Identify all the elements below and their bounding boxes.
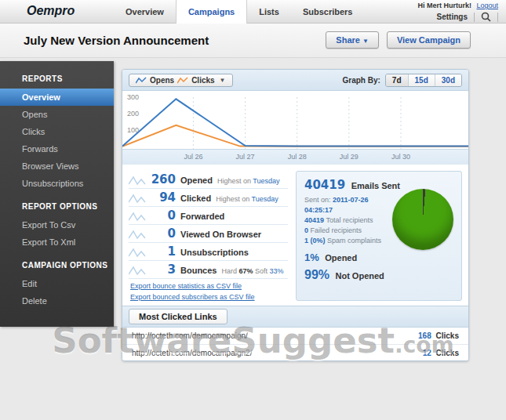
sidebar-item-overview[interactable]: Overview (0, 89, 114, 106)
opened-pct-label: Opened (325, 253, 357, 262)
sidebar-heading-reports: REPORTS (0, 64, 114, 89)
opened-pct-value: 1% (304, 252, 319, 263)
not-opened-pct-label: Not Opened (335, 271, 384, 281)
sidebar-item-opens[interactable]: Opens (0, 106, 114, 123)
failed-recipients-label: Failed recipients (311, 226, 362, 234)
export-bounced-subscribers-link[interactable]: Export bounced subscribers as CSV file (130, 293, 288, 301)
sparkline-icon (129, 247, 146, 257)
stat-row-unsubscriptions: 1 Unsubscriptions (129, 243, 288, 261)
sidebar-heading-campaign-options: CAMPAIGN OPTIONS (0, 251, 114, 275)
link-url[interactable]: http://octeth.com/democampaign/ (132, 331, 248, 340)
sidebar-item-forwards[interactable]: Forwards (0, 140, 114, 158)
x-tick-label: Jul 30 (391, 153, 410, 161)
logout-link[interactable]: Logout (476, 2, 498, 9)
stat-row-opened: 260 Opened Highest on Tuesday (129, 171, 288, 189)
sparkline-icon (129, 211, 146, 221)
link-url[interactable]: http://octeth.com/democampaign2/ (132, 349, 252, 357)
sparkline-icon (129, 265, 146, 275)
clicked-count: 94 (151, 190, 176, 205)
sent-on-label: Sent on: (304, 196, 331, 204)
top-bar: Oempro Overview Campaigns Lists Subscrib… (0, 0, 506, 24)
clicks-count: 168 (418, 331, 431, 340)
divider (474, 13, 475, 22)
range-7d-button[interactable]: 7d (386, 74, 408, 86)
search-button[interactable] (481, 12, 491, 22)
spam-complaints-label: Spam complaints (327, 237, 381, 244)
x-tick-label: Jul 26 (184, 153, 202, 161)
sent-on-time: 04:25:17 (304, 206, 333, 214)
bounces-count: 3 (151, 262, 176, 277)
sidebar-item-unsubscriptions[interactable]: Unsubscriptions (0, 175, 114, 192)
opened-note: Highest on Tuesday (217, 177, 280, 185)
range-30d-button[interactable]: 30d (435, 74, 461, 86)
report-panel: Opens Clicks ▼ Graph By: 7d 15d 30d 3002… (122, 69, 469, 361)
header-actions: Share ▼ View Campaign (326, 31, 471, 49)
emails-sent-label: Emails Sent (351, 181, 400, 190)
sidebar-item-delete[interactable]: Delete (0, 292, 114, 310)
soft-label: Soft (255, 267, 268, 275)
bounces-note: Hard 67% Soft 33% (221, 267, 283, 275)
sparkline-icon (129, 229, 146, 239)
range-15d-button[interactable]: 15d (408, 74, 435, 86)
sidebar-heading-report-options: REPORT OPTIONS (0, 192, 114, 216)
nav-tab-campaigns[interactable]: Campaigns (176, 0, 247, 24)
most-clicked-links-title: Most Clicked Links (129, 309, 228, 324)
settings-line: Settings (437, 11, 498, 23)
failed-recipients-value: 0 (304, 226, 308, 234)
view-campaign-button[interactable]: View Campaign (387, 31, 471, 49)
sidebar-item-browser-views[interactable]: Browser Views (0, 158, 114, 175)
opens-clicks-chart: 300200100 Jul 26Jul 27Jul 28Jul 29Jul 30 (122, 91, 468, 165)
stat-row-clicked: 94 Clicked Highest on Tuesday (129, 189, 288, 207)
clicks-label: Clicks (436, 331, 459, 340)
sidebar-item-export-xml[interactable]: Export To Xml (0, 234, 114, 251)
opened-count: 260 (151, 172, 176, 186)
viewed-browser-label: Viewed On Browser (180, 230, 261, 239)
x-tick-label: Jul 27 (236, 153, 255, 161)
series-clicks-label: Clicks (191, 76, 214, 85)
nav-tab-overview[interactable]: Overview (114, 0, 176, 24)
note-value: Tuesday (253, 177, 279, 185)
viewed-browser-count: 0 (151, 226, 176, 241)
chevron-down-icon: ▼ (220, 77, 226, 84)
sidebar-item-edit[interactable]: Edit (0, 275, 114, 292)
user-line: Hi Mert Hurturk! Logout (417, 2, 498, 9)
emails-sent-value: 40419 (304, 178, 345, 192)
spam-complaints-value: 1 (0%) (304, 237, 326, 244)
hard-value: 67% (239, 267, 253, 275)
export-bounce-stats-link[interactable]: Export bounce statistics as CSV file (130, 282, 288, 290)
sparkline-icon (129, 193, 146, 203)
clicked-note: Highest on Tuesday (216, 195, 278, 203)
range-selector: 7d 15d 30d (385, 74, 462, 87)
note-prefix: Highest on (216, 195, 249, 203)
chart-plot-area: 300200100 (122, 91, 468, 149)
opens-line-icon (136, 77, 147, 84)
series-toggle-button[interactable]: Opens Clicks ▼ (129, 74, 233, 87)
main-nav: Overview Campaigns Lists Subscribers (114, 0, 365, 24)
sparkline-icon (129, 175, 146, 185)
report-body: 260 Opened Highest on Tuesday 94 Clicked… (122, 165, 468, 306)
graph-by-label: Graph By: (343, 76, 380, 85)
sidebar-item-clicks[interactable]: Clicks (0, 123, 114, 140)
nav-tab-subscribers[interactable]: Subscribers (291, 0, 365, 24)
link-clicks: 168 Clicks (418, 331, 459, 340)
link-row: http://octeth.com/democampaign/ 168 Clic… (122, 328, 468, 344)
y-tick-label: 300 (127, 93, 139, 101)
chart-x-axis: Jul 26Jul 27Jul 28Jul 29Jul 30 (122, 149, 468, 165)
app-logo: Oempro (27, 4, 75, 18)
search-icon (481, 12, 491, 22)
settings-link[interactable]: Settings (437, 13, 468, 21)
stat-row-forwarded: 0 Forwarded (129, 207, 288, 225)
chart-svg (122, 91, 468, 149)
divider (497, 13, 498, 22)
stat-row-viewed-browser: 0 Viewed On Browser (129, 225, 288, 243)
x-tick-label: Jul 29 (340, 153, 359, 161)
opened-pie-chart (392, 189, 453, 250)
nav-tab-lists[interactable]: Lists (247, 0, 291, 24)
share-button[interactable]: Share ▼ (326, 31, 379, 49)
sidebar-item-export-csv[interactable]: Export To Csv (0, 216, 114, 234)
link-row: http://octeth.com/democampaign2/ 12 Clic… (122, 344, 468, 360)
clicks-label: Clicks (436, 349, 459, 357)
soft-value: 33% (270, 267, 284, 275)
note-prefix: Highest on (217, 177, 251, 185)
chart-toolbar: Opens Clicks ▼ Graph By: 7d 15d 30d (122, 70, 468, 91)
